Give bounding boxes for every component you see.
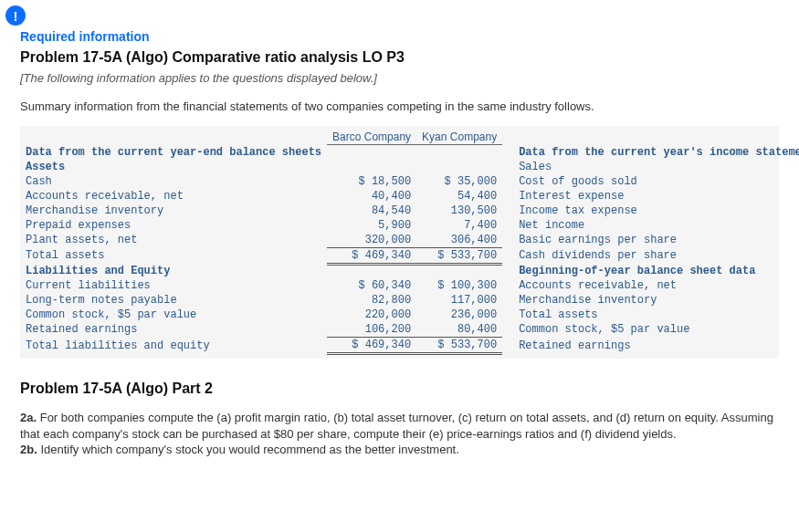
- liabilities-heading: Liabilities and Equity: [20, 264, 327, 278]
- boy-row-label: Retained earnings: [513, 338, 799, 354]
- q2b-text: Identify which company's stock you would…: [37, 443, 459, 456]
- boy-row-label: Merchandise inventory: [513, 293, 799, 308]
- question-2b: 2b. Identify which company's stock you w…: [20, 442, 779, 458]
- is-row-label: Net income: [513, 218, 799, 233]
- asset-row-kyan: 7,400: [416, 218, 502, 233]
- q2b-label: 2b.: [20, 443, 37, 456]
- col-barco-left: Barco Company: [327, 130, 416, 145]
- asset-row-kyan: $ 35,000: [416, 174, 502, 189]
- total-assets-kyan: $ 533,700: [416, 247, 502, 264]
- part2-title: Problem 17-5A (Algo) Part 2: [20, 381, 779, 397]
- liab-row-label: Common stock, $5 par value: [20, 308, 327, 322]
- total-liab-barco: $ 469,340: [327, 338, 416, 354]
- question-2a: 2a. For both companies compute the (a) p…: [20, 410, 779, 442]
- is-row-label: Basic earnings per share: [513, 233, 799, 248]
- asset-row-label: Accounts receivable, net: [20, 189, 327, 203]
- income-statement-heading: Data from the current year's income stat…: [513, 145, 799, 160]
- liab-row-label: Current liabilities: [20, 278, 327, 293]
- liab-row-barco: $ 60,340: [327, 278, 416, 293]
- asset-row-barco: $ 18,500: [327, 174, 416, 189]
- liab-row-kyan: 80,400: [416, 322, 502, 338]
- liab-row-barco: 82,800: [327, 293, 416, 308]
- liab-row-kyan: 117,000: [416, 293, 502, 308]
- boy-row-label: Accounts receivable, net: [513, 278, 799, 293]
- is-row-label: Cost of goods sold: [513, 174, 799, 189]
- boy-row-label: Total assets: [513, 308, 799, 322]
- total-liab-kyan: $ 533,700: [416, 338, 502, 354]
- q2a-text: For both companies compute the (a) profi…: [20, 411, 773, 441]
- col-kyan-left: Kyan Company: [416, 130, 502, 145]
- is-row-label: Income tax expense: [513, 203, 799, 218]
- liab-row-kyan: $ 100,300: [416, 278, 502, 293]
- asset-row-barco: 40,400: [327, 189, 416, 203]
- liab-row-barco: 106,200: [327, 322, 416, 338]
- asset-row-label: Cash: [20, 174, 327, 189]
- boy-heading: Beginning-of-year balance sheet data: [513, 264, 799, 278]
- q2a-label: 2a.: [20, 411, 37, 424]
- is-row-label: Cash dividends per share: [513, 247, 799, 264]
- is-row-label: Sales: [513, 160, 799, 174]
- is-row-label: Interest expense: [513, 189, 799, 203]
- balance-sheet-heading: Data from the current year-end balance s…: [20, 145, 327, 160]
- total-liab-label: Total liabilities and equity: [20, 338, 327, 354]
- info-badge-icon: !: [5, 5, 26, 26]
- liab-row-label: Long-term notes payable: [20, 293, 327, 308]
- liab-row-label: Retained earnings: [20, 322, 327, 338]
- context-note: [The following information applies to th…: [20, 71, 779, 85]
- assets-heading: Assets: [20, 160, 327, 174]
- asset-row-barco: 320,000: [327, 233, 416, 248]
- boy-row-label: Common stock, $5 par value: [513, 322, 799, 338]
- asset-row-barco: 5,900: [327, 218, 416, 233]
- liab-row-kyan: 236,000: [416, 308, 502, 322]
- summary-intro: Summary information from the financial s…: [20, 99, 779, 113]
- required-info-heading: Required information: [20, 29, 779, 44]
- asset-row-kyan: 306,400: [416, 233, 502, 248]
- total-assets-label: Total assets: [20, 247, 327, 264]
- asset-row-label: Prepaid expenses: [20, 218, 327, 233]
- asset-row-kyan: 130,500: [416, 203, 502, 218]
- asset-row-kyan: 54,400: [416, 189, 502, 203]
- total-assets-barco: $ 469,340: [327, 247, 416, 264]
- financial-tables: Barco Company Kyan Company Barco Company…: [20, 126, 779, 359]
- liab-row-barco: 220,000: [327, 308, 416, 322]
- asset-row-label: Merchandise inventory: [20, 203, 327, 218]
- asset-row-label: Plant assets, net: [20, 233, 327, 248]
- asset-row-barco: 84,540: [327, 203, 416, 218]
- problem-title: Problem 17-5A (Algo) Comparative ratio a…: [20, 49, 779, 66]
